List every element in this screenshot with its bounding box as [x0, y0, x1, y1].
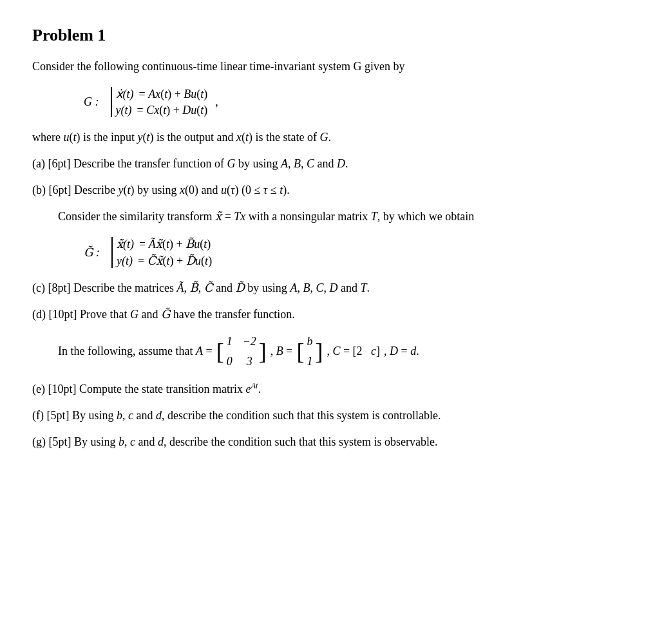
system-Gtilde-equation: G̃ : x̃̇(t) = Ãx̃(t) + B̃u(t) y(t) = C̃x…: [84, 237, 623, 268]
system-Gtilde-eq1: x̃̇(t) = Ãx̃(t) + B̃u(t): [117, 237, 212, 251]
system-Gtilde-eq1-lhs: x̃̇(t): [117, 237, 134, 251]
D-label: , D = d.: [384, 342, 419, 361]
system-G-label: G :: [84, 95, 99, 109]
matrix-B-1: b: [307, 332, 312, 351]
part-c-text: (c) [8pt] Describe the matrices Ã, B̃, C…: [32, 279, 623, 297]
following-formula: In the following, assume that A = [ 1 −2…: [58, 332, 623, 371]
system-G-eq1-rhs: = Ax(t) + Bu(t): [139, 88, 208, 101]
system-G-eq2: y(t) = Cx(t) + Du(t): [116, 104, 208, 117]
system-Gtilde-eq1-rhs: = Ãx̃(t) + B̃u(t): [139, 237, 211, 251]
problem-title: Problem 1: [32, 26, 623, 45]
C-label: , C = [2 c]: [327, 342, 380, 361]
matrix-A-11: 1: [227, 332, 233, 351]
B-label: , B =: [271, 342, 293, 361]
part-a-text: (a) [6pt] Describe the transfer function…: [32, 155, 623, 173]
matrix-A-12: −2: [243, 332, 256, 351]
system-G-comma: ,: [215, 95, 218, 109]
part-f-text: (f) [5pt] By using b, c and d, describe …: [32, 407, 623, 424]
matrix-A-left-bracket: [: [216, 340, 224, 363]
system-G-brace: ẋ(t) = Ax(t) + Bu(t) y(t) = Cx(t) + Du(t…: [111, 87, 208, 117]
matrix-A-21: 0: [227, 352, 233, 371]
system-Gtilde-brace: x̃̇(t) = Ãx̃(t) + B̃u(t) y(t) = C̃x̃(t) …: [111, 237, 212, 268]
matrix-B: [ b 1 ]: [296, 332, 323, 371]
matrix-B-right-bracket: ]: [315, 340, 323, 363]
matrix-A-content: 1 −2 0 3: [227, 332, 256, 371]
part-e-text: (e) [10pt] Compute the state transition …: [32, 380, 623, 398]
system-G-eq2-rhs: = Cx(t) + Du(t): [137, 104, 208, 117]
matrix-A-right-bracket: ]: [259, 340, 267, 363]
following-label: In the following, assume that A =: [58, 342, 213, 361]
matrix-B-left-bracket: [: [296, 340, 304, 363]
intro-text: Consider the following continuous-time l…: [32, 58, 623, 75]
part-d-text: (d) [10pt] Prove that G and G̃ have the …: [32, 306, 623, 323]
system-Gtilde-eq2-lhs: y(t): [117, 254, 133, 268]
system-G-eq1: ẋ(t) = Ax(t) + Bu(t): [116, 87, 208, 101]
similarity-text: Consider the similarity transform x̃ = T…: [58, 208, 623, 225]
system-Gtilde-label: G̃ :: [84, 245, 100, 260]
system-G-equation: G : ẋ(t) = Ax(t) + Bu(t) y(t) = Cx(t) + …: [84, 87, 623, 117]
system-Gtilde-eq2: y(t) = C̃x̃(t) + D̃u(t): [117, 254, 212, 268]
matrix-B-content: b 1: [307, 332, 312, 371]
matrix-A: [ 1 −2 0 3 ]: [216, 332, 267, 371]
part-g-text: (g) [5pt] By using b, c and d, describe …: [32, 433, 623, 451]
system-Gtilde-eq2-rhs: = C̃x̃(t) + D̃u(t): [138, 254, 212, 268]
matrix-A-22: 3: [243, 352, 256, 371]
where-text: where u(t) is the input y(t) is the outp…: [32, 129, 623, 146]
system-G-eq1-lhs: ẋ(t): [116, 87, 134, 101]
matrix-B-2: 1: [307, 352, 312, 371]
part-b-text: (b) [6pt] Describe y(t) by using x(0) an…: [32, 182, 623, 199]
system-G-eq2-lhs: y(t): [116, 104, 132, 117]
